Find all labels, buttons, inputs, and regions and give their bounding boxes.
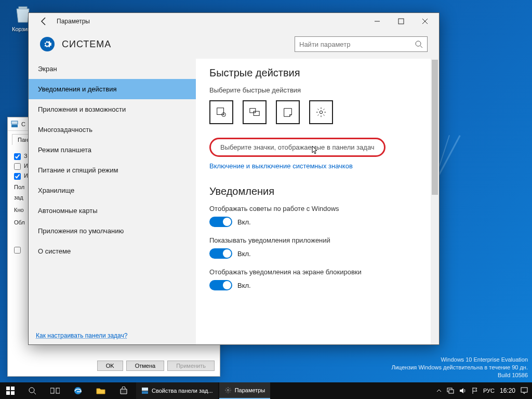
search-button[interactable] bbox=[21, 382, 44, 399]
scrollbar[interactable] bbox=[431, 59, 439, 344]
volume-icon[interactable] bbox=[459, 388, 467, 394]
header-title: СИСТЕМА bbox=[62, 39, 111, 50]
settings-window: Параметры СИСТЕМА Экран Уведомления и де… bbox=[28, 12, 440, 345]
svg-point-5 bbox=[416, 41, 421, 46]
svg-rect-2 bbox=[11, 121, 18, 124]
settings-header: СИСТЕМА bbox=[29, 30, 439, 59]
taskbar: Свойства панели зад... Параметры РУС 16:… bbox=[0, 382, 532, 399]
svg-point-9 bbox=[223, 114, 224, 115]
quick-tile-tablet-mode[interactable] bbox=[209, 100, 233, 124]
svg-rect-22 bbox=[142, 391, 148, 394]
svg-point-12 bbox=[320, 111, 323, 114]
watermark: Windows 10 Enterprise Evaluation Лицензи… bbox=[391, 356, 528, 379]
toggle-label-0: Отображать советы по работе с Windows bbox=[209, 205, 425, 212]
svg-rect-19 bbox=[50, 388, 54, 393]
svg-rect-15 bbox=[6, 391, 10, 395]
svg-rect-4 bbox=[398, 19, 404, 24]
svg-rect-27 bbox=[521, 388, 527, 392]
dialog-title: С bbox=[21, 121, 25, 127]
sidebar-item-display[interactable]: Экран bbox=[29, 59, 196, 79]
maximize-button[interactable] bbox=[389, 13, 413, 30]
task-properties-icon bbox=[141, 387, 149, 394]
flag-icon[interactable] bbox=[472, 387, 478, 394]
sidebar-item-default-apps[interactable]: Приложения по умолчанию bbox=[29, 221, 196, 241]
sidebar-item-offline-maps[interactable]: Автономные карты bbox=[29, 201, 196, 221]
sidebar-item-notifications[interactable]: Уведомления и действия bbox=[29, 79, 196, 99]
quick-tile-note[interactable] bbox=[276, 100, 300, 124]
edge-button[interactable] bbox=[66, 382, 89, 399]
svg-rect-23 bbox=[142, 388, 148, 391]
taskbar-task-settings[interactable]: Параметры bbox=[219, 382, 271, 399]
svg-rect-16 bbox=[11, 391, 15, 395]
svg-rect-10 bbox=[250, 109, 256, 113]
settings-title: Параметры bbox=[57, 18, 90, 25]
cursor-icon bbox=[311, 145, 319, 156]
svg-rect-14 bbox=[11, 387, 15, 390]
back-button[interactable] bbox=[35, 13, 54, 30]
settings-sidebar: Экран Уведомления и действия Приложения … bbox=[29, 59, 196, 344]
search-input[interactable] bbox=[299, 41, 415, 48]
toggle-app-notifications[interactable] bbox=[209, 248, 232, 259]
svg-rect-11 bbox=[254, 111, 259, 115]
tray-chevron-icon[interactable] bbox=[436, 388, 442, 393]
scrollbar-thumb[interactable] bbox=[432, 60, 438, 195]
store-button[interactable] bbox=[112, 382, 135, 399]
network-icon[interactable] bbox=[447, 388, 454, 394]
quick-actions-heading: Быстрые действия bbox=[209, 67, 425, 79]
notifications-heading: Уведомления bbox=[209, 185, 425, 197]
search-box[interactable] bbox=[295, 36, 428, 52]
link-select-taskbar-icons[interactable]: Выберите значки, отображаемые в панели з… bbox=[209, 138, 385, 157]
quick-actions-row bbox=[209, 100, 425, 124]
sidebar-item-multitasking[interactable]: Многозадачность bbox=[29, 119, 196, 140]
task-view-button[interactable] bbox=[44, 382, 66, 399]
svg-rect-0 bbox=[19, 7, 27, 9]
svg-rect-26 bbox=[449, 390, 454, 393]
sidebar-item-about[interactable]: О системе bbox=[29, 241, 196, 261]
system-icon bbox=[40, 37, 55, 51]
sidebar-item-storage[interactable]: Хранилище bbox=[29, 180, 196, 201]
start-button[interactable] bbox=[0, 382, 21, 399]
quick-tile-connect[interactable] bbox=[243, 100, 267, 124]
dialog-icon bbox=[11, 121, 18, 128]
svg-rect-20 bbox=[56, 388, 60, 393]
quick-actions-sub: Выберите быстрые действия bbox=[209, 86, 425, 94]
toggle-label-1: Показывать уведомления приложений bbox=[209, 236, 425, 244]
svg-rect-7 bbox=[217, 108, 224, 115]
toggle-lockscreen-notifications[interactable] bbox=[209, 280, 232, 290]
settings-main: Быстрые действия Выберите быстрые действ… bbox=[196, 59, 439, 344]
dialog-apply-button[interactable]: Применить bbox=[167, 361, 215, 371]
action-center-icon[interactable] bbox=[521, 387, 528, 394]
toggle-label-2: Отображать уведомления на экране блокиро… bbox=[209, 268, 425, 276]
clock[interactable]: 16:20 bbox=[500, 387, 515, 394]
svg-line-18 bbox=[34, 392, 36, 394]
svg-point-17 bbox=[29, 388, 34, 393]
settings-titlebar[interactable]: Параметры bbox=[29, 13, 439, 30]
language-indicator[interactable]: РУС bbox=[483, 388, 495, 394]
close-button[interactable] bbox=[413, 13, 437, 30]
quick-tile-all-settings[interactable] bbox=[309, 100, 333, 124]
link-system-icons[interactable]: Включение и выключение системных значков bbox=[209, 162, 425, 170]
explorer-button[interactable] bbox=[89, 382, 112, 399]
system-tray[interactable]: РУС 16:20 bbox=[432, 382, 532, 399]
taskbar-task-properties[interactable]: Свойства панели зад... bbox=[136, 382, 218, 399]
svg-rect-13 bbox=[6, 387, 10, 390]
dialog-cancel-button[interactable]: Отмена bbox=[126, 361, 164, 371]
sidebar-item-tablet-mode[interactable]: Режим планшета bbox=[29, 140, 196, 160]
dialog-ok-button[interactable]: OK bbox=[97, 361, 123, 371]
help-link[interactable]: Как настраивать панели задач? bbox=[36, 332, 127, 339]
svg-line-6 bbox=[420, 46, 422, 48]
toggle-windows-tips[interactable] bbox=[209, 217, 232, 227]
svg-rect-1 bbox=[11, 125, 18, 127]
sidebar-item-apps[interactable]: Приложения и возможности bbox=[29, 99, 196, 119]
sidebar-item-power[interactable]: Питание и спящий режим bbox=[29, 160, 196, 180]
svg-point-24 bbox=[227, 389, 229, 391]
search-icon bbox=[415, 40, 423, 48]
wallpaper-beams bbox=[438, 135, 532, 270]
task-settings-icon bbox=[224, 387, 232, 394]
minimize-button[interactable] bbox=[365, 13, 389, 30]
